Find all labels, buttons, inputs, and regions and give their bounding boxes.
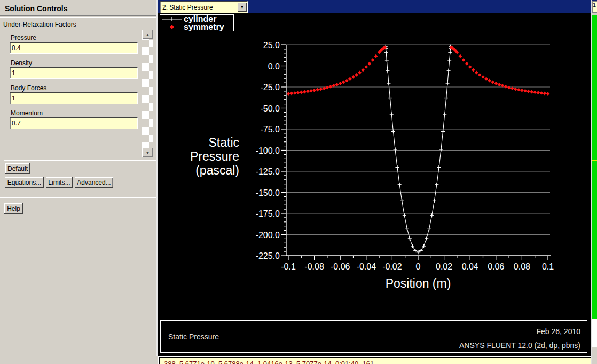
caption-app-version: ANSYS FLUENT 12.0 (2d, dp, pbns) bbox=[459, 341, 580, 350]
svg-text:Pressure: Pressure bbox=[190, 149, 239, 163]
svg-text:-225.0: -225.0 bbox=[256, 251, 280, 260]
svg-text:-150.0: -150.0 bbox=[256, 188, 280, 197]
svg-text:-0.1: -0.1 bbox=[281, 262, 296, 271]
momentum-label: Momentum bbox=[11, 109, 43, 117]
equations-button[interactable]: Equations... bbox=[5, 177, 44, 188]
chevron-down-icon: ▼ bbox=[240, 5, 244, 9]
static-pressure-chart: 25.00.0-25.0-50.0-75.0-100.0-125.0-150.0… bbox=[158, 13, 591, 355]
svg-text:-0.06: -0.06 bbox=[331, 262, 350, 271]
background-window-yellow-mark bbox=[592, 160, 597, 161]
solution-controls-panel: Solution Controls Under-Relaxation Facto… bbox=[0, 0, 156, 364]
svg-text:-25.0: -25.0 bbox=[261, 83, 280, 92]
scrollbar-down-button[interactable]: ▼ bbox=[142, 148, 153, 157]
svg-text:-100.0: -100.0 bbox=[256, 146, 280, 155]
arrow-up-icon: ▲ bbox=[146, 33, 150, 37]
background-window-white-sliver bbox=[592, 319, 597, 347]
svg-text:0.0: 0.0 bbox=[268, 62, 280, 71]
console-text-area[interactable]: 388 5.6771e-10 5.6788e-14 1.0416e-13 5.7… bbox=[159, 357, 591, 364]
panel-separator bbox=[0, 196, 156, 198]
body-forces-input[interactable] bbox=[10, 92, 138, 104]
plot-selector-value: 2: Static Pressure bbox=[160, 4, 238, 11]
density-label: Density bbox=[11, 59, 32, 67]
svg-text:-200.0: -200.0 bbox=[256, 231, 280, 240]
pressure-label: Pressure bbox=[11, 34, 36, 42]
momentum-input[interactable] bbox=[10, 117, 138, 129]
svg-text:-0.08: -0.08 bbox=[304, 262, 324, 271]
dropdown-arrow-button[interactable]: ▼ bbox=[238, 3, 247, 12]
body-forces-label: Body Forces bbox=[11, 84, 46, 92]
svg-text:Position (m): Position (m) bbox=[386, 276, 451, 290]
help-button[interactable]: Help bbox=[4, 203, 23, 214]
default-button[interactable]: Default bbox=[5, 163, 30, 174]
panel-title: Solution Controls bbox=[5, 4, 67, 13]
pressure-input[interactable] bbox=[10, 42, 138, 54]
svg-text:0.1: 0.1 bbox=[542, 262, 554, 271]
plot-caption-box: Static Pressure Feb 26, 2010 ANSYS FLUEN… bbox=[160, 320, 587, 353]
arrow-down-icon: ▼ bbox=[146, 151, 150, 155]
console-residuals-line: 388 5.6771e-10 5.6788e-14 1.0416e-13 5.7… bbox=[164, 360, 374, 364]
under-relaxation-section-label: Under-Relaxation Factors bbox=[3, 21, 76, 28]
background-graphics-window[interactable]: 1 bbox=[592, 0, 597, 364]
caption-date: Feb 26, 2010 bbox=[536, 327, 580, 336]
background-window-selector[interactable]: 1 bbox=[592, 1, 597, 13]
caption-title: Static Pressure bbox=[168, 333, 219, 341]
svg-text:0.06: 0.06 bbox=[488, 262, 504, 271]
plot-canvas-area: cylinder symmetry 25.00.0-25.0-50.0-75.0… bbox=[158, 13, 591, 355]
svg-text:25.0: 25.0 bbox=[263, 41, 280, 50]
svg-text:-75.0: -75.0 bbox=[261, 125, 280, 134]
density-input[interactable] bbox=[10, 67, 138, 79]
scrollbar-up-button[interactable]: ▲ bbox=[142, 30, 153, 39]
svg-text:-0.02: -0.02 bbox=[382, 262, 402, 271]
svg-text:-0.04: -0.04 bbox=[357, 262, 376, 271]
plot-selector-dropdown[interactable]: 2: Static Pressure ▼ bbox=[160, 1, 248, 13]
advanced-button[interactable]: Advanced... bbox=[75, 177, 113, 188]
svg-text:0.04: 0.04 bbox=[462, 262, 478, 271]
title-divider bbox=[0, 15, 156, 18]
console-strip[interactable]: 388 5.6771e-10 5.6788e-14 1.0416e-13 5.7… bbox=[158, 356, 591, 364]
svg-text:-50.0: -50.0 bbox=[261, 104, 280, 113]
svg-text:0.02: 0.02 bbox=[436, 262, 452, 271]
svg-text:0.08: 0.08 bbox=[514, 262, 530, 271]
limits-button[interactable]: Limits... bbox=[46, 177, 73, 188]
background-window-contour-sliver bbox=[592, 15, 597, 319]
under-relaxation-groupbox: Pressure Density Body Forces Momentum bbox=[4, 28, 156, 161]
scrollbar-track[interactable] bbox=[142, 39, 153, 148]
svg-text:-175.0: -175.0 bbox=[256, 209, 280, 218]
svg-text:(pascal): (pascal) bbox=[195, 163, 239, 177]
svg-text:Static: Static bbox=[208, 136, 239, 149]
svg-text:0: 0 bbox=[416, 262, 421, 271]
svg-text:-125.0: -125.0 bbox=[256, 167, 280, 176]
